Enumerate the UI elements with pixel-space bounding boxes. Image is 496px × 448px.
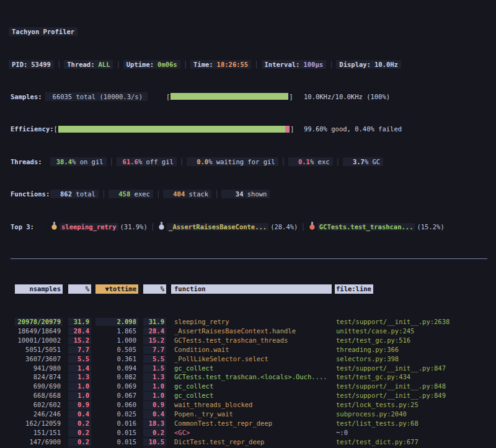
threads-value: 0.1 [291, 158, 310, 165]
cell-col-cumulative-percent: 31.9 [143, 318, 166, 327]
threads-label: Threads: [11, 158, 50, 165]
header-col-nsamples[interactable]: nsamples [15, 284, 63, 294]
header-col-direct-percent[interactable]: % [68, 284, 91, 294]
cell-col-direct-percent: 0.2 [68, 438, 91, 447]
table-row[interactable]: 941/9801.40.0941.5gc_collecttest/support… [9, 364, 496, 373]
table-row[interactable]: 668/6681.00.0671.0gc_collecttest/support… [9, 392, 496, 401]
info-value: ALL [99, 61, 110, 68]
functions-segment: 404 stack [163, 190, 211, 198]
cell-col-cumulative-percent: 28.4 [143, 327, 166, 336]
cell-col-nsamples: 10001/10002 [15, 336, 63, 345]
cell-col-direct-percent: 7.7 [68, 346, 91, 354]
table-row[interactable]: 18649/1864928.41.86528.4_AssertRaisesBas… [9, 327, 496, 336]
cell-col-direct-percent: 0.9 [68, 401, 91, 410]
cell-col-cumulative-percent: 1.3 [143, 373, 166, 382]
threads-suffix: % on gil [72, 158, 104, 165]
cell-col-tottime: 0.060 [95, 401, 138, 410]
separator: │ [148, 223, 157, 231]
cell-col-tottime: 0.016 [95, 419, 138, 428]
header-col-cumulative-percent[interactable]: % [143, 284, 166, 294]
top3-item[interactable]: sleeping_retry(31.9%) [50, 222, 148, 231]
cell-col-direct-percent: 1.0 [68, 392, 91, 400]
table-row[interactable]: 824/8741.30.0821.3GCTests.test_trashcan.… [9, 373, 496, 382]
functions-suffix: exec [130, 190, 150, 198]
table-row[interactable]: 602/6020.90.0600.9wait_threads_blockedte… [9, 401, 496, 410]
header-col-tottime[interactable]: ▼tottime [95, 284, 138, 294]
table-row[interactable]: 246/2460.40.0250.4Popen._try_waitsubproc… [9, 410, 496, 419]
info-label: Display: [339, 61, 371, 68]
info-value: 100µs [303, 61, 323, 68]
cell-col-function: <GC> [171, 429, 332, 437]
top3-function-name: GCTests.test_trashcan... [317, 223, 415, 231]
cell-col-cumulative-percent: 15.2 [143, 336, 166, 345]
cell-col-direct-percent: 1.4 [68, 364, 91, 373]
functions-value: 458 [112, 190, 130, 198]
header-col-fileline[interactable]: file:line [335, 284, 373, 294]
functions-value: 404 [166, 190, 185, 198]
efficiency-progress-bar [58, 126, 290, 133]
cell-col-tottime: 0.361 [95, 355, 138, 364]
bar-close-bracket: ] [290, 125, 294, 133]
top3-item[interactable]: _AssertRaisesBaseConte...(28.4%) [157, 222, 298, 231]
top3-line: Top 3: sleeping_retry(31.9%)│_AssertRais… [9, 221, 496, 231]
table-body: 20978/2097931.92.09831.9sleeping_retryte… [9, 317, 496, 448]
info-segment: Display:10.0Hz [336, 60, 401, 69]
separator: │ [251, 61, 261, 68]
cell-col-function: gc_collect [171, 364, 332, 373]
cell-col-direct-percent: 15.2 [68, 336, 91, 345]
table-row[interactable]: 147/69000.20.01510.5DictTest.test_repr_d… [9, 437, 496, 447]
cell-col-function: CommonTest.test_repr_deep [171, 419, 332, 428]
cell-col-direct-percent: 31.9 [68, 318, 91, 327]
cell-col-function: GCTests.test_trashcan_threads [171, 336, 332, 345]
cell-col-tottime: 0.069 [95, 382, 138, 391]
top3-percent: (28.4%) [270, 223, 298, 231]
functions-segment: 34 shown [221, 190, 270, 198]
separator: │ [278, 158, 288, 165]
cell-col-function: sleeping_retry [171, 318, 332, 327]
cell-col-direct-percent: 0.2 [68, 419, 91, 428]
title-bar: Tachyon Profiler [9, 27, 496, 37]
separator: │ [113, 61, 123, 68]
samples-bar: [] [166, 92, 293, 102]
cell-col-nsamples: 162/12059 [15, 419, 63, 428]
cell-col-fileline: unittest/case.py:245 [335, 327, 496, 336]
cell-col-nsamples: 5051/5051 [15, 346, 63, 354]
cell-col-function: Popen._try_wait [171, 410, 332, 419]
cell-col-function: _AssertRaisesBaseContext.handle [171, 327, 332, 336]
cell-col-fileline: subprocess.py:2040 [335, 410, 496, 419]
cell-col-tottime: 0.082 [95, 373, 138, 382]
threads-suffix: % waiting for gil [208, 158, 275, 165]
cell-col-tottime: 1.000 [95, 336, 138, 345]
samples-label: Samples: [11, 93, 42, 100]
efficiency-label: Efficiency: [11, 125, 54, 133]
threads-suffix: % off gil [138, 158, 174, 165]
info-value: 18:26:55 [217, 61, 249, 68]
cell-col-cumulative-percent: 1.5 [143, 364, 166, 373]
threads-value: 3.7 [346, 158, 365, 165]
cell-col-direct-percent: 1.3 [68, 373, 91, 382]
table-row[interactable]: 20978/2097931.92.09831.9sleeping_retryte… [9, 317, 496, 327]
threads-suffix: % GC [365, 158, 380, 165]
cell-col-nsamples: 690/690 [15, 382, 63, 391]
table-row[interactable]: 10001/1000215.21.00015.2GCTests.test_tra… [9, 336, 496, 345]
cell-col-tottime: 0.505 [95, 346, 138, 354]
functions-suffix: shown [243, 190, 267, 198]
efficiency-failed-segment [285, 126, 290, 133]
profiler-window: Tachyon Profiler PID:53499│Thread:ALL│Up… [0, 0, 496, 448]
table-row[interactable]: 162/120590.20.01618.3CommonTest.test_rep… [9, 419, 496, 428]
table-row[interactable]: 5051/50517.70.5057.7Condition.waitthread… [9, 345, 496, 354]
header-col-function[interactable]: function [171, 284, 332, 294]
cell-col-nsamples: 151/151 [15, 429, 63, 437]
cell-col-cumulative-percent: 0.2 [143, 429, 166, 437]
top3-item[interactable]: GCTests.test_trashcan...(15.2%) [308, 222, 445, 231]
table-row[interactable]: 690/6901.00.0691.0gc_collecttest/support… [9, 382, 496, 392]
cell-col-direct-percent: 28.4 [68, 327, 91, 336]
table-row[interactable]: 151/1510.20.0150.2<GC>~:0 [9, 428, 496, 437]
cell-col-function: _PollLikeSelector.select [171, 355, 332, 364]
samples-rate: 10.0KHz/10.0KHz (100%) [304, 92, 390, 102]
table-row[interactable]: 3607/36075.50.3615.5_PollLikeSelector.se… [9, 354, 496, 364]
cell-col-cumulative-percent: 0.9 [143, 401, 166, 410]
threads-segment: 61.6% off gil [117, 157, 177, 166]
cell-col-direct-percent: 0.4 [68, 410, 91, 419]
top3-function-name: sleeping_retry [60, 223, 118, 231]
